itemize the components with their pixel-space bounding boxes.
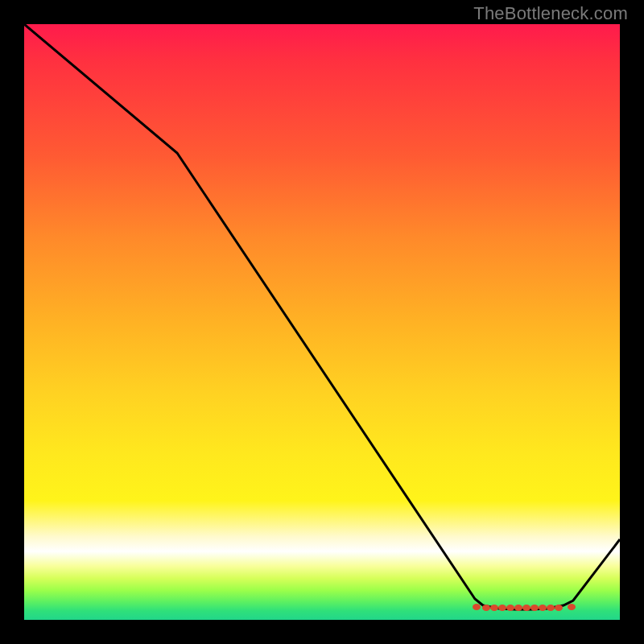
chart-curve bbox=[24, 24, 620, 609]
chart-marker bbox=[555, 605, 563, 611]
chart-overlay bbox=[24, 24, 620, 620]
chart-marker bbox=[482, 605, 490, 611]
chart-marker bbox=[498, 605, 506, 611]
attribution-text: TheBottleneck.com bbox=[473, 3, 628, 24]
chart-plot-area bbox=[24, 24, 620, 620]
chart-marker bbox=[530, 605, 539, 611]
chart-marker bbox=[473, 604, 481, 610]
chart-marker bbox=[568, 604, 576, 610]
chart-marker bbox=[506, 605, 514, 611]
chart-marker bbox=[522, 605, 530, 611]
chart-marker bbox=[514, 605, 522, 611]
chart-markers-group bbox=[473, 604, 576, 611]
chart-marker bbox=[490, 605, 498, 611]
chart-marker bbox=[547, 605, 555, 611]
chart-marker bbox=[539, 605, 547, 611]
